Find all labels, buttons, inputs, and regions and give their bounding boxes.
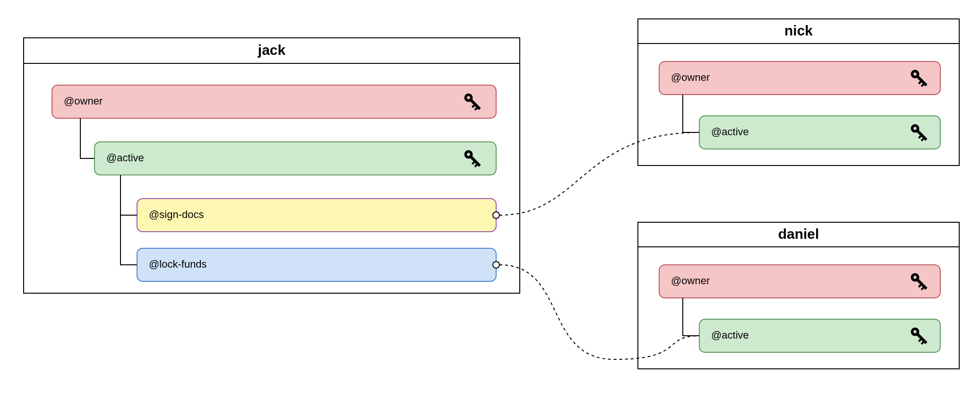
link-endpoint [493,262,499,268]
perm-jack-lock-funds: @lock-funds [137,248,499,281]
account-box-nick: nick @owner @active [638,19,959,166]
perm-label: @owner [671,275,710,287]
perm-label: @owner [64,95,103,107]
account-title-jack: jack [258,42,286,58]
perm-jack-sign-docs: @sign-docs [137,199,499,232]
perm-label: @active [711,329,749,341]
account-title-daniel: daniel [778,226,819,242]
perm-nick-active: @active [699,116,940,149]
perm-nick-owner: @owner [659,61,940,95]
perm-daniel-active: @active [699,319,940,352]
account-title-nick: nick [784,23,813,38]
svg-rect-8 [95,142,496,175]
perm-label: @active [106,152,144,164]
perm-label: @sign-docs [149,209,204,220]
perm-label: @lock-funds [149,258,207,270]
account-box-daniel: daniel @owner @active [638,222,959,369]
perm-label: @owner [671,71,710,83]
account-box-jack: jack @owner @active @sign-docs @lock [24,38,520,293]
svg-rect-7 [52,85,496,118]
perm-jack-active: @active [95,142,496,175]
link-endpoint [493,212,499,218]
perm-label: @active [711,126,749,138]
perm-daniel-owner: @owner [659,265,940,298]
perm-jack-owner: @owner [52,85,496,118]
